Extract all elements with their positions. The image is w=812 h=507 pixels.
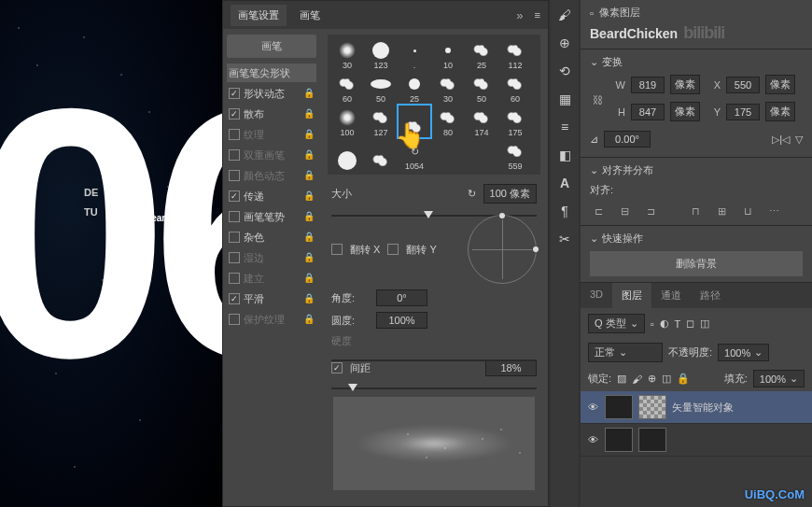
fill-input[interactable]: 100%⌄ — [753, 370, 805, 387]
link-icon[interactable]: ⛓ — [590, 94, 605, 106]
brush-thumb[interactable]: 60 — [499, 72, 531, 104]
filter-shape-icon[interactable]: ◻ — [686, 317, 694, 330]
align-left-icon[interactable]: ⊏ — [590, 203, 607, 219]
brush-thumb[interactable]: 50 — [365, 72, 397, 104]
brush-thumb[interactable]: 25 — [466, 38, 497, 70]
paragraph-icon[interactable]: ¶ — [555, 202, 574, 220]
lock-transparent-icon[interactable]: ▨ — [617, 373, 626, 385]
brush-thumb[interactable]: 80 — [432, 106, 464, 137]
brush-thumb[interactable] — [365, 139, 397, 171]
brush-thumb[interactable]: 25 — [399, 72, 430, 104]
opt-noise[interactable]: 杂色🔒 — [227, 228, 316, 246]
angle-widget[interactable] — [468, 215, 537, 284]
layer-name[interactable]: 矢量智能对象 — [672, 401, 734, 415]
align-top-icon[interactable]: ⊓ — [687, 203, 704, 219]
visibility-icon[interactable]: 👁 — [586, 434, 599, 445]
brush-icon[interactable]: 🖌 — [555, 6, 574, 24]
tab-channels[interactable]: 通道 — [651, 283, 691, 308]
brush-thumb[interactable]: 112 — [499, 38, 531, 70]
character-icon[interactable]: A — [555, 174, 574, 192]
opt-wet-edges[interactable]: 湿边🔒 — [227, 248, 316, 267]
opt-dual-brush[interactable]: 双重画笔🔒 — [227, 146, 316, 164]
filter-adjust-icon[interactable]: ◐ — [660, 317, 669, 330]
flip-icon[interactable]: ↻ — [468, 188, 476, 200]
opt-shape-dynamics[interactable]: 形状动态🔒 — [227, 84, 316, 103]
brush-thumb[interactable] — [331, 139, 363, 171]
spacing-checkbox[interactable] — [331, 362, 343, 373]
brush-thumb[interactable]: 127 — [365, 106, 397, 137]
tools-icon[interactable]: ✂ — [555, 230, 574, 248]
brush-thumb[interactable]: 10 — [432, 38, 464, 70]
align-right-icon[interactable]: ⊐ — [642, 203, 659, 219]
flip-x-checkbox[interactable] — [331, 244, 343, 255]
height-input[interactable]: 847 — [631, 104, 665, 120]
opt-brush-pose[interactable]: 画笔笔势🔒 — [227, 207, 316, 226]
tab-3d[interactable]: 3D — [581, 283, 612, 308]
opt-smoothing[interactable]: 平滑🔒 — [227, 289, 316, 308]
align-center-v-icon[interactable]: ⊞ — [713, 203, 730, 219]
y-input[interactable]: 175 — [726, 104, 760, 120]
brush-thumb[interactable]: 174 — [466, 106, 497, 137]
opt-scattering[interactable]: 散布🔒 — [227, 105, 316, 123]
filter-image-icon[interactable]: ▫ — [651, 318, 654, 330]
lock-image-icon[interactable]: 🖌 — [632, 373, 642, 385]
brush-thumb[interactable]: 559 — [499, 139, 531, 171]
layer-thumbnail[interactable] — [605, 395, 633, 419]
brush-thumb[interactable]: 30 — [432, 72, 464, 104]
brush-thumb[interactable]: ↻1054 — [399, 139, 430, 171]
layer-filter-dropdown[interactable]: Q 类型⌄ — [588, 314, 645, 333]
panel-menu-icon[interactable]: ≡ — [535, 9, 540, 21]
brush-thumb[interactable]: 175 — [499, 106, 531, 137]
align-more-icon[interactable]: ⋯ — [765, 203, 782, 219]
styles-icon[interactable]: ◧ — [555, 146, 574, 164]
transform-header[interactable]: ⌄变换 — [590, 55, 803, 69]
opt-protect-texture[interactable]: 保护纹理🔒 — [227, 310, 316, 329]
angle-input[interactable]: 0° — [376, 289, 427, 306]
brush-thumb[interactable]: 60 — [331, 72, 363, 104]
brush-thumb[interactable] — [466, 139, 497, 171]
remove-background-button[interactable]: 删除背景 — [590, 251, 803, 276]
brush-thumb[interactable]: 123 — [365, 38, 397, 70]
tab-brushes[interactable]: 画笔 — [292, 5, 328, 26]
layer-row[interactable]: 👁 矢量智能对象 — [581, 391, 812, 424]
brush-thumb[interactable]: 50 — [466, 72, 497, 104]
layer-row[interactable]: 👁 — [581, 424, 812, 457]
swatches-icon[interactable]: ▦ — [555, 90, 574, 108]
brush-thumb[interactable]: 100 — [331, 106, 363, 137]
opt-texture[interactable]: 纹理🔒 — [227, 125, 316, 144]
width-input[interactable]: 819 — [631, 77, 665, 93]
lock-position-icon[interactable]: ⊕ — [648, 373, 656, 385]
lock-artboard-icon[interactable]: ◫ — [662, 373, 671, 385]
tab-layers[interactable]: 图层 — [612, 283, 651, 308]
spacing-input[interactable]: 18% — [485, 359, 537, 376]
filter-smart-icon[interactable]: ◫ — [700, 317, 709, 330]
lock-all-icon[interactable]: 🔒 — [677, 373, 690, 385]
layer-mask-thumbnail[interactable] — [638, 395, 666, 419]
align-bottom-icon[interactable]: ⊔ — [739, 203, 756, 219]
quick-actions-header[interactable]: ⌄快速操作 — [590, 232, 803, 246]
opt-brush-tip[interactable]: 画笔笔尖形状 — [227, 63, 316, 82]
flip-v-icon[interactable]: ▽ — [795, 134, 803, 146]
align-header[interactable]: ⌄对齐并分布 — [590, 163, 803, 177]
rotation-input[interactable]: 0.00° — [604, 131, 651, 148]
opt-build-up[interactable]: 建立🔒 — [227, 269, 316, 288]
tab-paths[interactable]: 路径 — [691, 283, 730, 308]
align-center-h-icon[interactable]: ⊟ — [616, 203, 633, 219]
adjustments-icon[interactable]: ≡ — [555, 118, 574, 136]
opt-transfer[interactable]: 传递🔒 — [227, 187, 316, 205]
layer-thumbnail[interactable] — [605, 428, 633, 452]
clone-icon[interactable]: ⊕ — [555, 34, 574, 52]
brushes-button[interactable]: 画笔 — [227, 35, 316, 58]
canvas-area[interactable]: 06 DETU BeardChick — [0, 0, 222, 507]
brush-thumb[interactable]: . — [399, 38, 430, 70]
brush-thumb[interactable]: 30 — [331, 38, 363, 70]
history-icon[interactable]: ⟲ — [555, 62, 574, 80]
panel-collapse-icon[interactable]: » — [516, 8, 523, 22]
size-input[interactable]: 100 像素 — [483, 184, 537, 204]
blend-mode-dropdown[interactable]: 正常⌄ — [588, 343, 663, 362]
brush-thumb-selected[interactable] — [399, 106, 430, 137]
flip-y-checkbox[interactable] — [387, 244, 399, 255]
opacity-input[interactable]: 100%⌄ — [718, 344, 769, 361]
x-input[interactable]: 550 — [726, 77, 760, 93]
opt-color-dynamics[interactable]: 颜色动态🔒 — [227, 166, 316, 185]
